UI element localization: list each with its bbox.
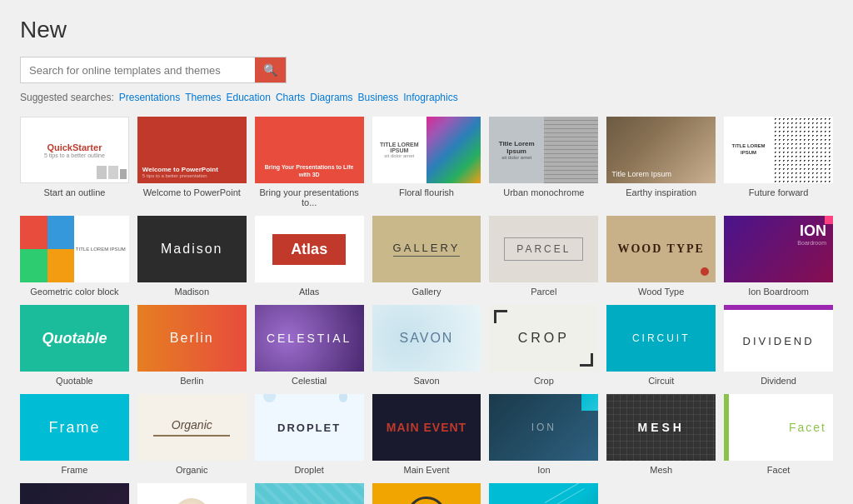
template-label-droplet: Droplet — [255, 465, 364, 475]
template-organic[interactable]: Organic Organic — [137, 394, 247, 475]
bring-title: Bring Your Presentations to Life with 3D — [260, 163, 359, 178]
template-ion-boardroom[interactable]: ION Boardroom Ion Boardroom — [724, 216, 833, 297]
templates-grid: QuickStarter 5 tips to a better outline … — [20, 117, 833, 504]
suggested-link-themes[interactable]: Themes — [185, 92, 221, 103]
template-label-welcome: Welcome to PowerPoint — [137, 187, 247, 197]
template-label-urban: Urban monochrome — [489, 187, 598, 197]
madison-text: Madison — [161, 242, 222, 257]
template-circuit[interactable]: CIRCUIT Circuit — [606, 305, 716, 386]
template-label-quotable: Quotable — [20, 376, 129, 386]
celestial-text: CELESTIAL — [267, 332, 352, 345]
page-container: New 🔍 Suggested searches: Presentations … — [0, 0, 853, 504]
template-urban[interactable]: Title Lorem Ipsum sit dolor amet Urban m… — [489, 117, 598, 207]
suggested-link-infographics[interactable]: Infographics — [403, 92, 457, 103]
template-mainevent[interactable]: MAIN EVENT Main Event — [372, 394, 481, 475]
template-mesh[interactable]: MESH Mesh — [606, 394, 716, 475]
atlas-text: Atlas — [291, 241, 327, 257]
template-berlin[interactable]: Berlin Berlin — [137, 305, 247, 386]
ion2-text: ION — [531, 422, 556, 433]
template-welcome[interactable]: Welcome to PowerPoint 5 tips to a better… — [137, 117, 247, 207]
template-label-mainevent: Main Event — [372, 465, 481, 475]
quotable-text: Quotable — [42, 330, 107, 347]
floral-title: TITLE LOREM IPSUM — [376, 142, 423, 153]
template-label-berlin: Berlin — [137, 376, 247, 386]
search-bar: 🔍 — [20, 57, 287, 83]
frame-text: Frame — [48, 419, 100, 437]
template-label-ion: Ion — [489, 465, 598, 475]
template-label-bring: Bring your presentations to... — [255, 187, 364, 207]
template-label-earthy: Earthy inspiration — [606, 187, 716, 197]
template-parcel[interactable]: PARCEL Parcel — [489, 216, 598, 297]
template-woodtype[interactable]: WOOD TYPE Wood Type — [606, 216, 716, 297]
suggested-link-presentations[interactable]: Presentations — [119, 92, 180, 103]
mesh-text: MESH — [637, 421, 684, 434]
template-droplet[interactable]: DROPLET Droplet — [255, 394, 364, 475]
template-vaportrail[interactable]: VAPOR TRAIL Vapor Trail — [20, 483, 129, 504]
template-quotable[interactable]: Quotable Quotable — [20, 305, 129, 386]
parcel-text: PARCEL — [516, 243, 571, 255]
template-future[interactable]: TITLE LOREM IPSUM Future forward — [724, 117, 833, 207]
urban-title: Title Lorem Ipsum — [492, 140, 540, 155]
welcome-title: Welcome to PowerPoint — [142, 166, 218, 173]
urban-sub: sit dolor amet — [492, 155, 540, 160]
search-input[interactable] — [21, 58, 255, 82]
template-frame[interactable]: Frame Frame — [20, 394, 129, 475]
template-dividend[interactable]: DIVIDEND Dividend — [724, 305, 833, 386]
template-madison[interactable]: Madison Madison — [137, 216, 247, 297]
berlin-text: Berlin — [170, 331, 214, 346]
earthy-text: Title Lorem Ipsum — [611, 170, 671, 178]
droplet-text: DROPLET — [277, 422, 341, 434]
template-earthy[interactable]: Title Lorem Ipsum Earthy inspiration — [606, 117, 716, 207]
facet-text: Facet — [789, 421, 826, 434]
woodtype-text: WOOD TYPE — [617, 242, 704, 256]
template-slice[interactable]: SLICE Slice — [489, 483, 598, 504]
suggested-label: Suggested searches: — [20, 92, 114, 103]
template-wisp[interactable]: Wisp Wisp — [137, 483, 247, 504]
template-facet[interactable]: Facet Facet — [724, 394, 833, 475]
template-integral[interactable]: INTEGRAL Integral — [255, 483, 364, 504]
template-label-woodtype: Wood Type — [606, 287, 716, 297]
template-label-frame: Frame — [20, 465, 129, 475]
template-label-mesh: Mesh — [606, 465, 716, 475]
template-label-savon: Savon — [372, 376, 481, 386]
template-label-organic: Organic — [137, 465, 247, 475]
template-badge[interactable]: BADGE Badge — [372, 483, 481, 504]
suggested-link-education[interactable]: Education — [227, 92, 271, 103]
quickstarter-title: QuickStarter — [26, 142, 123, 152]
template-ion[interactable]: ION Ion — [489, 394, 598, 475]
template-geometric[interactable]: TITLE LOREM IPSUM Geometric color block — [20, 216, 129, 297]
savon-text: SAVON — [400, 331, 454, 346]
suggested-link-charts[interactable]: Charts — [276, 92, 305, 103]
template-label-geometric: Geometric color block — [20, 287, 129, 297]
template-gallery[interactable]: GALLERY Gallery — [372, 216, 481, 297]
circuit-text: CIRCUIT — [632, 332, 691, 344]
template-floral[interactable]: TITLE LOREM IPSUM sit dolor amet Floral … — [372, 117, 481, 207]
template-label-gallery: Gallery — [372, 287, 481, 297]
template-label-parcel: Parcel — [489, 287, 598, 297]
suggested-link-business[interactable]: Business — [358, 92, 399, 103]
page-title: New — [20, 17, 833, 43]
template-label-facet: Facet — [724, 465, 833, 475]
gallery-text: GALLERY — [393, 242, 461, 257]
crop-text: CROP — [518, 331, 570, 346]
template-celestial[interactable]: CELESTIAL Celestial — [255, 305, 364, 386]
suggested-link-diagrams[interactable]: Diagrams — [310, 92, 352, 103]
template-crop[interactable]: CROP Crop — [489, 305, 598, 386]
floral-sub: sit dolor amet — [384, 153, 414, 158]
template-label-quickstarter: Start an outline — [20, 187, 129, 197]
template-quickstarter[interactable]: QuickStarter 5 tips to a better outline … — [20, 117, 129, 207]
template-label-celestial: Celestial — [255, 376, 364, 386]
organic-text: Organic — [172, 418, 212, 432]
dividend-text: DIVIDEND — [743, 335, 815, 347]
ion-sub: Boardroom — [797, 240, 826, 246]
template-label-dividend: Dividend — [724, 376, 833, 386]
search-button[interactable]: 🔍 — [255, 57, 286, 82]
template-label-atlas: Atlas — [255, 287, 364, 297]
template-savon[interactable]: SAVON Savon — [372, 305, 481, 386]
template-label-circuit: Circuit — [606, 376, 716, 386]
template-bring[interactable]: Bring Your Presentations to Life with 3D… — [255, 117, 364, 207]
template-atlas[interactable]: Atlas Atlas — [255, 216, 364, 297]
template-label-future: Future forward — [724, 187, 833, 197]
quickstarter-sub: 5 tips to a better outline — [26, 152, 123, 158]
template-label-ion-boardroom: Ion Boardroom — [724, 287, 833, 297]
